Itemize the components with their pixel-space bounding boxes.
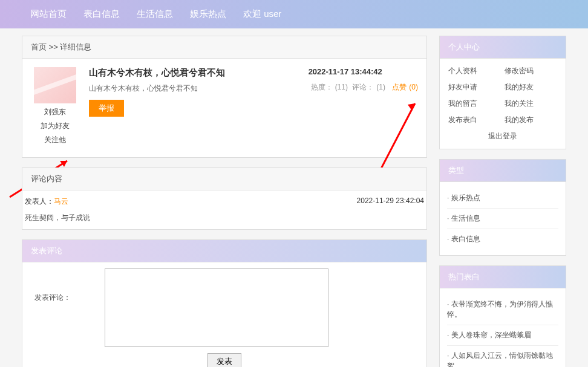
type-item[interactable]: 生活信息 <box>447 209 558 229</box>
svg-marker-0 <box>60 161 67 167</box>
post-title: 山有木兮木有枝，心悦君兮君不知 <box>89 67 225 79</box>
hot-card: 热门表白 衣带渐宽终不悔，为伊消得人憔悴。 美人卷珠帘，深坐蟙蛾眉 人如风后入江… <box>439 265 566 367</box>
commenter-prefix: 发表人： <box>25 197 54 206</box>
types-card: 类型 娱乐热点 生活信息 表白信息 <box>439 159 566 256</box>
post-card: 首页 >> 详细信息 刘强东 加为好友 关注他 山有木兮木有枝，心悦君兮君不知 <box>22 36 427 158</box>
form-header: 发表评论 <box>22 240 426 262</box>
comment-textarea[interactable] <box>105 268 328 347</box>
comments-header: 评论内容 <box>22 168 426 190</box>
comments-card: 评论内容 发表人：马云 2022-11-29 23:42:04 死生契阔，与子成… <box>22 167 427 230</box>
pc-friend-req[interactable]: 好友申请 <box>448 82 501 93</box>
pc-publish[interactable]: 发布表白 <box>448 115 501 125</box>
pc-my-friends[interactable]: 我的好友 <box>505 82 557 93</box>
author-name: 刘强东 <box>31 107 79 117</box>
types-list: 娱乐热点 生活信息 表白信息 <box>440 182 566 255</box>
personal-center-card: 个人中心 个人资料 修改密码 好友申请 我的好友 我的留言 我的关注 发布表白 … <box>439 36 566 149</box>
comment-date: 2022-11-29 23:42:04 <box>357 196 424 207</box>
hot-header: 热门表白 <box>440 266 566 288</box>
avatar <box>34 67 76 103</box>
nav-welcome[interactable]: 欢迎 user <box>243 8 281 20</box>
pc-my-publish[interactable]: 我的发布 <box>505 115 557 125</box>
post-date: 2022-11-17 13:44:42 <box>309 67 418 76</box>
pc-profile[interactable]: 个人资料 <box>448 66 501 76</box>
report-button[interactable]: 举报 <box>89 100 124 117</box>
pc-password[interactable]: 修改密码 <box>505 66 557 76</box>
hot-item[interactable]: 人如风后入江云，情似雨馀黏地絮 <box>447 346 558 367</box>
hot-list: 衣带渐宽终不悔，为伊消得人憔悴。 美人卷珠帘，深坐蟙蛾眉 人如风后入江云，情似雨… <box>440 288 566 367</box>
follow-link[interactable]: 关注他 <box>31 135 79 145</box>
personal-center-header: 个人中心 <box>440 36 566 59</box>
commenter-name[interactable]: 马云 <box>54 197 68 206</box>
nav-confession[interactable]: 表白信息 <box>83 8 120 20</box>
like-link[interactable]: 点赞(0) <box>390 83 418 91</box>
comment-label: 评论： <box>352 83 374 91</box>
pc-my-msg[interactable]: 我的留言 <box>448 99 501 109</box>
pc-logout[interactable]: 退出登录 <box>448 131 557 141</box>
post-subtitle: 山有木兮木有枝，心悦君兮君不知 <box>89 83 225 94</box>
nav-entertainment[interactable]: 娱乐热点 <box>190 8 226 20</box>
hot-item[interactable]: 美人卷珠帘，深坐蟙蛾眉 <box>447 325 558 346</box>
breadcrumb: 首页 >> 详细信息 <box>22 36 426 59</box>
type-item[interactable]: 表白信息 <box>447 229 558 249</box>
types-header: 类型 <box>440 160 566 182</box>
pc-my-follow[interactable]: 我的关注 <box>505 99 557 109</box>
post-stats: 热度：(11) 评论：(1) 点赞(0) <box>309 82 418 93</box>
add-friend-link[interactable]: 加为好友 <box>31 121 79 131</box>
comment-count: (1) <box>376 83 385 91</box>
nav-life[interactable]: 生活信息 <box>137 8 173 20</box>
heat-label: 热度： <box>311 83 333 91</box>
form-label: 发表评论： <box>34 268 95 303</box>
type-item[interactable]: 娱乐热点 <box>447 188 558 209</box>
top-nav: 网站首页 表白信息 生活信息 娱乐热点 欢迎 user <box>0 0 588 28</box>
comment-form-card: 发表评论 发表评论： 发表 <box>22 239 427 367</box>
nav-home[interactable]: 网站首页 <box>30 8 67 20</box>
svg-marker-1 <box>408 103 415 111</box>
comment-text: 死生契阔，与子成说 <box>25 213 424 223</box>
submit-button[interactable]: 发表 <box>207 353 241 367</box>
heat-count: (11) <box>335 83 348 91</box>
hot-item[interactable]: 衣带渐宽终不悔，为伊消得人憔悴。 <box>447 294 558 325</box>
